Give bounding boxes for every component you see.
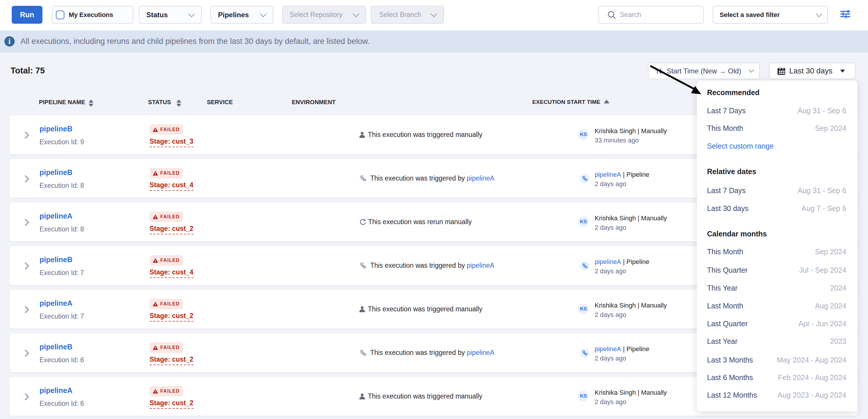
- svg-text:i: i: [8, 37, 10, 46]
